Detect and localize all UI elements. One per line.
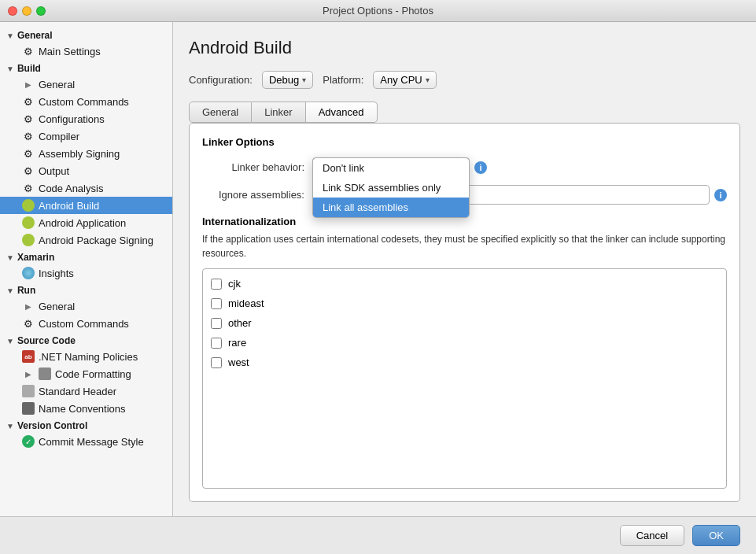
intl-checkbox-mideast[interactable] [211, 298, 222, 309]
sidebar-group-run: ▼ Run [0, 282, 172, 297]
sidebar-item-compiler[interactable]: ⚙ Compiler [0, 127, 172, 145]
ignore-assemblies-label: Ignore assemblies: [202, 189, 312, 201]
sidebar-item-run-custom-commands[interactable]: ⚙ Custom Commands [0, 315, 172, 332]
linker-option-link-sdk[interactable]: Link SDK assemblies only [313, 178, 469, 198]
arrow-icon: ▼ [6, 253, 14, 262]
intl-item-west: west [211, 353, 718, 372]
config-dropdown[interactable]: Debug ▾ [262, 71, 313, 89]
sidebar: ▼ General ⚙ Main Settings ▼ Build ▶ Gene… [0, 22, 173, 516]
gear-icon: ⚙ [22, 113, 35, 125]
code-fmt-icon [39, 367, 51, 380]
sidebar-item-commit-message-style[interactable]: ✓ Commit Message Style [0, 433, 172, 450]
sidebar-item-main-settings[interactable]: ⚙ Main Settings [0, 42, 172, 60]
sidebar-item-main-settings-label: Main Settings [39, 46, 101, 57]
intl-checkbox-cjk[interactable] [211, 279, 222, 290]
linker-behavior-dropdown-container: Link all assemblies ▾ Don't link Link SD… [312, 157, 470, 177]
sidebar-item-assembly-signing[interactable]: ⚙ Assembly Signing [0, 145, 172, 162]
tab-advanced[interactable]: Advanced [306, 102, 378, 123]
sidebar-item-configurations[interactable]: ⚙ Configurations [0, 110, 172, 127]
sidebar-item-code-formatting-label: Code Formatting [55, 368, 131, 380]
platform-dropdown[interactable]: Any CPU ▾ [373, 71, 436, 89]
arrow-icon: ▼ [6, 31, 14, 40]
gear-icon: ⚙ [22, 95, 35, 108]
sidebar-item-compiler-label: Compiler [39, 131, 79, 142]
ok-button[interactable]: OK [692, 525, 740, 546]
sidebar-item-run-general[interactable]: ▶ General [0, 297, 172, 315]
intl-checkbox-west[interactable] [211, 357, 222, 368]
page-title: Android Build [189, 38, 740, 58]
linker-behavior-label: Linker behavior: [202, 161, 312, 173]
sidebar-item-custom-commands[interactable]: ⚙ Custom Commands [0, 93, 172, 110]
sidebar-group-source-code: ▼ Source Code [0, 332, 172, 348]
chevron-down-icon: ▾ [426, 76, 430, 84]
linker-option-link-all[interactable]: Link all assemblies [313, 198, 469, 217]
sidebar-group-build-label: Build [17, 63, 41, 74]
internationalization-desc: If the application uses certain internat… [202, 232, 727, 260]
sidebar-item-android-build-label: Android Build [39, 200, 99, 212]
tab-advanced-label: Advanced [319, 106, 364, 118]
intl-item-other: other [211, 313, 718, 333]
gear-icon: ⚙ [22, 45, 35, 57]
android-icon [22, 216, 35, 229]
linker-behavior-popup: Don't link Link SDK assemblies only Link… [312, 157, 470, 218]
sidebar-item-code-formatting[interactable]: ▶ Code Formatting [0, 365, 172, 382]
intl-label-rare: rare [228, 337, 246, 349]
linker-behavior-row: Linker behavior: Link all assemblies ▾ D… [202, 157, 727, 177]
sidebar-item-configurations-label: Configurations [39, 113, 105, 125]
sidebar-item-output[interactable]: ⚙ Output [0, 162, 172, 179]
linker-behavior-control: Link all assemblies ▾ Don't link Link SD… [312, 157, 727, 177]
platform-value: Any CPU [380, 74, 422, 86]
arrow-icon: ▼ [6, 286, 14, 295]
traffic-lights [8, 6, 46, 16]
sidebar-item-assembly-signing-label: Assembly Signing [39, 148, 120, 160]
sidebar-item-android-application-label: Android Application [39, 217, 126, 229]
sidebar-item-android-build[interactable]: Android Build [0, 197, 172, 214]
sidebar-group-general: ▼ General [0, 27, 172, 42]
intl-label-cjk: cjk [228, 278, 241, 290]
info-icon[interactable]: i [714, 189, 727, 201]
arrow-icon: ▼ [6, 422, 14, 430]
sidebar-item-name-conventions-label: Name Conventions [39, 403, 126, 415]
linker-option-dont-link[interactable]: Don't link [313, 158, 469, 178]
sidebar-item-build-general-label: General [39, 79, 75, 90]
sidebar-group-source-code-label: Source Code [17, 335, 76, 346]
internationalization-section: Internationalization If the application … [202, 216, 727, 489]
sidebar-item-insights[interactable]: Insights [0, 264, 172, 282]
maximize-button[interactable] [36, 6, 46, 16]
gear-icon: ⚙ [22, 130, 35, 142]
sidebar-group-xamarin: ▼ Xamarin [0, 249, 172, 264]
sidebar-item-name-conventions[interactable]: Name Conventions [0, 400, 172, 417]
sidebar-item-build-general[interactable]: ▶ General [0, 76, 172, 93]
sidebar-item-run-general-label: General [39, 301, 75, 312]
sidebar-item-android-package-signing[interactable]: Android Package Signing [0, 231, 172, 249]
gear-icon: ⚙ [22, 317, 35, 330]
minimize-button[interactable] [22, 6, 31, 16]
arrow-right-icon: ▶ [22, 300, 35, 312]
cancel-button[interactable]: Cancel [620, 525, 684, 546]
sidebar-item-custom-commands-label: Custom Commands [39, 96, 129, 108]
sidebar-item-android-application[interactable]: Android Application [0, 214, 172, 231]
sidebar-item-standard-header[interactable]: Standard Header [0, 382, 172, 400]
options-panel: Linker Options Linker behavior: Link all… [189, 123, 740, 502]
sidebar-item-net-naming[interactable]: ab .NET Naming Policies [0, 348, 172, 365]
intl-item-rare: rare [211, 333, 718, 353]
tab-general[interactable]: General [189, 102, 252, 123]
sidebar-item-code-analysis-label: Code Analysis [39, 183, 103, 194]
arrow-right-icon: ▶ [22, 78, 35, 90]
intl-checkbox-rare[interactable] [211, 338, 222, 349]
gear-icon: ⚙ [22, 182, 35, 194]
sidebar-group-run-label: Run [17, 285, 35, 296]
config-row: Configuration: Debug ▾ Platform: Any CPU… [189, 71, 740, 89]
linker-options-title: Linker Options [202, 136, 727, 148]
info-icon[interactable]: i [474, 161, 487, 174]
intl-checkbox-other[interactable] [211, 318, 222, 329]
tab-linker[interactable]: Linker [252, 102, 305, 123]
chevron-down-icon: ▾ [302, 76, 306, 84]
android-icon [22, 199, 35, 212]
sidebar-item-code-analysis[interactable]: ⚙ Code Analysis [0, 179, 172, 197]
config-label: Configuration: [189, 74, 253, 86]
config-value: Debug [269, 74, 299, 86]
tabs: General Linker Advanced [189, 102, 740, 123]
sidebar-group-version-control: ▼ Version Control [0, 417, 172, 433]
close-button[interactable] [8, 6, 17, 16]
